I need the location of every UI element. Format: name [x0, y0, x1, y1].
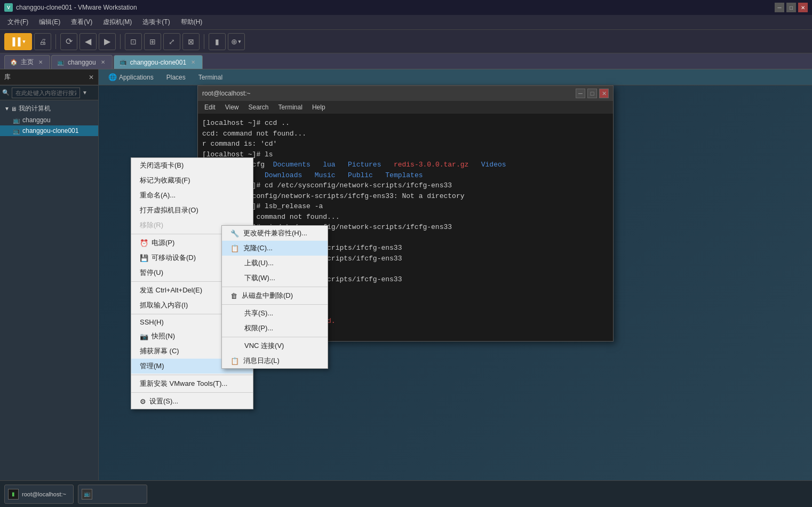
sub-vnc[interactable]: VNC 连接(V) [222, 338, 328, 353]
forward-btn[interactable]: ▶ [99, 33, 116, 50]
tree-label-mycomputer: 我的计算机 [19, 104, 51, 113]
tab-home-close[interactable]: ✕ [37, 59, 44, 66]
sidebar-close-icon[interactable]: ✕ [89, 74, 94, 81]
term-title-bar: root@localhost:~ ─ □ ✕ [198, 86, 613, 101]
app-icon: V [4, 3, 13, 12]
close-btn[interactable]: ✕ [798, 3, 808, 12]
fit-btn[interactable]: ⊡ [125, 33, 142, 50]
title-bar: V changgou-clone001 - VMware Workstation… [0, 0, 812, 15]
sub-download[interactable]: 下载(W)... [222, 271, 328, 286]
ctx-sep-4 [131, 375, 253, 375]
term-menu-view[interactable]: View [221, 102, 243, 112]
tree-label-changgou: changgou [22, 116, 51, 124]
term-menu-edit[interactable]: Edit [200, 102, 220, 112]
removable-icon: 💾 [140, 254, 148, 262]
term-line-2: ccd: command not found... [202, 129, 609, 139]
term-menu-bar: Edit View Search Terminal Help [198, 101, 613, 114]
term-menu-help[interactable]: Help [308, 102, 330, 112]
menu-file[interactable]: 文件(F) [2, 15, 34, 29]
term-menu-terminal[interactable]: Terminal [274, 102, 307, 112]
fullscreen-btn[interactable]: ⤢ [163, 33, 180, 50]
thumb-vm[interactable]: 📺 [78, 485, 147, 504]
applications-icon: 🌐 [108, 73, 117, 81]
vm-nav-applications[interactable]: 🌐 Applications [103, 71, 159, 83]
vm-nav-applications-label: Applications [119, 74, 154, 81]
settings-icon: ⚙ [140, 398, 146, 406]
pause-btn[interactable]: ▐▐ ▼ [4, 33, 32, 50]
vm-icon-changgou: 📺 [13, 117, 20, 124]
sub-upload-label: 上载(U)... [244, 258, 274, 268]
delete-from-disk-icon: 🗑 [230, 292, 237, 300]
ctx-bookmark[interactable]: 标记为收藏项(F) [131, 173, 253, 188]
sub-change-hardware[interactable]: 🔧 更改硬件兼容性(H)... [222, 226, 328, 241]
sidebar-search-input[interactable] [12, 88, 80, 98]
expand-btn[interactable]: ⊕▼ [228, 33, 245, 50]
sub-delete-from-disk[interactable]: 🗑 从磁盘中删除(D) [222, 288, 328, 303]
sub-message-log-label: 消息日志(L) [243, 356, 280, 366]
thumb-terminal[interactable]: ▮ root@localhost:~ [4, 485, 74, 504]
tree-item-changgou[interactable]: 📺 changgou [0, 115, 98, 125]
vm-nav-terminal[interactable]: Terminal [193, 72, 228, 83]
term-line-ls2: p Downloads Music Public Templates [202, 170, 609, 181]
menu-view[interactable]: 查看(V) [66, 15, 98, 29]
ctx-rename[interactable]: 重命名(A)... [131, 188, 253, 203]
toolbar-divider-1 [55, 34, 56, 49]
tree-item-mycomputer[interactable]: ▼ 🖥 我的计算机 [0, 102, 98, 115]
tab-clone001-close[interactable]: ✕ [189, 59, 197, 66]
menu-edit[interactable]: 编辑(E) [34, 15, 66, 29]
ctx-capture-screen-label: 捕获屏幕 (C) [140, 346, 179, 356]
menu-vm[interactable]: 虚拟机(M) [98, 15, 137, 29]
ctx-power-inner: ⏰ 电源(P) [140, 238, 174, 248]
sub-download-label: 下载(W)... [244, 273, 275, 283]
tab-changgou-label: changgou [68, 59, 96, 66]
sub-permissions-label: 权限(P)... [244, 323, 273, 333]
ctx-removable-label: 可移动设备(D) [152, 253, 196, 263]
zoom-btn[interactable]: ⊠ [182, 33, 200, 50]
term-maximize-btn[interactable]: □ [587, 89, 597, 98]
tree-item-clone001[interactable]: 📺 changgou-clone001 [0, 125, 98, 136]
sub-clone-label: 克隆(C)... [243, 243, 273, 253]
unity-btn[interactable]: ⊞ [144, 33, 161, 50]
print-btn[interactable]: 🖨 [34, 33, 51, 50]
ctx-pause-label: 暂停(U) [140, 268, 163, 278]
ctx-open-dir-label: 打开虚拟机目录(O) [140, 205, 198, 215]
tab-home[interactable]: 🏠 主页 ✕ [4, 55, 50, 69]
tab-clone001-label: changgou-clone001 [130, 59, 186, 66]
sub-upload[interactable]: 上载(U)... [222, 256, 328, 271]
sub-clone[interactable]: 📋 克隆(C)... [222, 241, 328, 256]
search-dropdown-icon[interactable]: ▼ [82, 90, 87, 96]
ctx-open-dir[interactable]: 打开虚拟机目录(O) [131, 203, 253, 218]
vm-nav-places[interactable]: Places [161, 72, 191, 83]
term-line-lsb: [localhost ~]# lsb_release -a [202, 201, 609, 212]
tab-clone001[interactable]: 📺 changgou-clone001 ✕ [114, 55, 203, 69]
term-minimize-btn[interactable]: ─ [576, 89, 585, 98]
minimize-btn[interactable]: ─ [775, 3, 784, 12]
ctx-close-tab[interactable]: 关闭选项卡(B) [131, 158, 253, 173]
ctx-ssh-label: SSH(H) [140, 318, 164, 326]
main-area: 库 ✕ 🔍 ▼ ▼ 🖥 我的计算机 📺 changgou 📺 changgou-… [0, 69, 812, 507]
sub-share[interactable]: 共享(S)... [222, 306, 328, 321]
tab-home-label: 主页 [21, 58, 34, 67]
sub-vnc-label: VNC 连接(V) [244, 341, 284, 351]
clone-icon: 📋 [230, 244, 239, 252]
term-line-lsberr: lsb_release: command not found... [202, 212, 609, 223]
toolbar: ▐▐ ▼ 🖨 ⟳ ◀ ▶ ⊡ ⊞ ⤢ ⊠ ▮ ⊕▼ [0, 30, 812, 53]
tab-changgou[interactable]: 📺 changgou ✕ [51, 55, 113, 69]
history-btn[interactable]: ⟳ [60, 33, 77, 50]
ctx-close-tab-label: 关闭选项卡(B) [140, 161, 184, 170]
tab-changgou-close[interactable]: ✕ [99, 59, 107, 66]
menu-help[interactable]: 帮助(H) [176, 15, 208, 29]
ctx-settings[interactable]: ⚙ 设置(S)... [131, 394, 253, 409]
sub-sep-3 [222, 337, 328, 337]
menu-tab[interactable]: 选项卡(T) [137, 15, 175, 29]
term-menu-search[interactable]: Search [244, 102, 273, 112]
change-hardware-icon: 🔧 [230, 229, 239, 237]
sub-message-log[interactable]: 📋 消息日志(L) [222, 353, 328, 368]
ctx-reinstall-tools[interactable]: 重新安装 VMware Tools(T)... [131, 376, 253, 391]
term-close-btn[interactable]: ✕ [599, 89, 609, 98]
back-btn[interactable]: ◀ [79, 33, 97, 50]
sub-permissions[interactable]: 权限(P)... [222, 321, 328, 336]
ctx-settings-label: 设置(S)... [149, 397, 178, 406]
terminal-btn[interactable]: ▮ [209, 33, 226, 50]
maximize-btn[interactable]: □ [786, 3, 796, 12]
